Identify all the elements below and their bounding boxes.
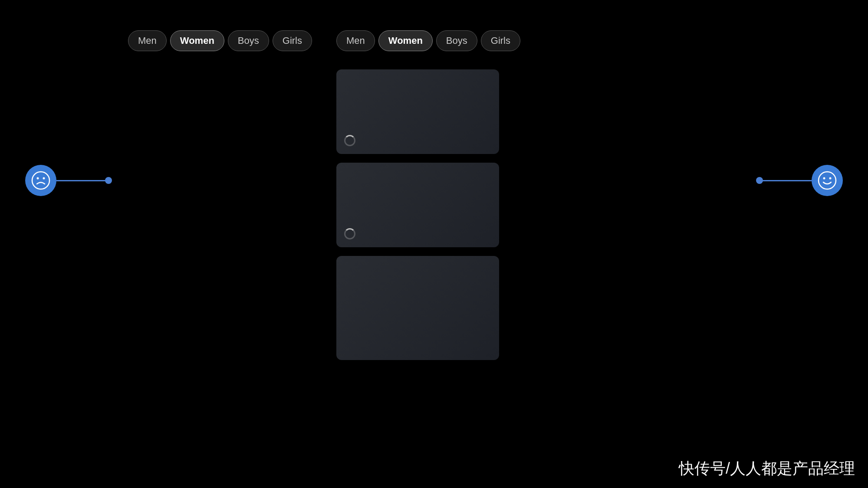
tab-group-left: Men Women Boys Girls (128, 30, 312, 51)
tab-men-left[interactable]: Men (128, 30, 167, 51)
tab-group-right: Men Women Boys Girls (336, 30, 520, 51)
svg-point-4 (823, 177, 825, 180)
cards-container (336, 69, 499, 360)
sad-face-circle (25, 165, 56, 196)
tab-women-left[interactable]: Women (170, 30, 224, 51)
watermark: 快传号/人人都是产品经理 (679, 458, 855, 479)
right-slider-line (760, 180, 812, 181)
svg-point-5 (829, 177, 832, 180)
tab-boys-left[interactable]: Boys (228, 30, 269, 51)
sentiment-left (25, 165, 108, 196)
tab-girls-left[interactable]: Girls (273, 30, 312, 51)
left-slider-dot (105, 177, 112, 184)
sentiment-right (760, 165, 843, 196)
card-2-loading (344, 228, 355, 239)
svg-point-3 (819, 172, 836, 189)
card-1 (336, 69, 499, 154)
sad-face-icon (31, 171, 50, 190)
svg-point-0 (32, 172, 49, 189)
tab-girls-right[interactable]: Girls (481, 30, 520, 51)
tab-women-right[interactable]: Women (378, 30, 433, 51)
right-slider-dot (756, 177, 763, 184)
happy-face-icon (818, 171, 837, 190)
spinner-1 (344, 135, 355, 146)
tab-men-right[interactable]: Men (336, 30, 375, 51)
happy-face-circle (812, 165, 843, 196)
tab-boys-right[interactable]: Boys (436, 30, 477, 51)
svg-point-2 (43, 177, 45, 180)
left-slider-line (56, 180, 108, 181)
spinner-2 (344, 228, 355, 239)
card-2 (336, 163, 499, 247)
svg-point-1 (37, 177, 39, 180)
card-1-loading (344, 135, 355, 146)
card-3 (336, 256, 499, 360)
